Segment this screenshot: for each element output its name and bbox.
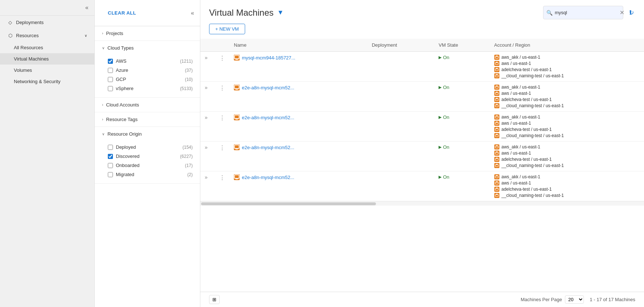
vm-name-link[interactable]: e2e-a8n-mysql-mcm52... bbox=[242, 145, 294, 150]
filter-active-icon[interactable]: ▼ bbox=[277, 9, 284, 16]
vm-table-container[interactable]: Name Deployment VM State Account / Regio… bbox=[200, 39, 644, 292]
onboarded-count: (17) bbox=[185, 163, 193, 168]
collapse-nav-button[interactable]: « bbox=[85, 4, 89, 11]
account-list: aws_akk / us-east-1aws / us-east-1adelch… bbox=[494, 55, 640, 78]
row-menu-button[interactable]: ⋮ bbox=[219, 55, 225, 62]
svg-rect-43 bbox=[496, 175, 498, 176]
migrated-checkbox[interactable] bbox=[108, 172, 113, 177]
svg-rect-31 bbox=[236, 148, 238, 149]
migrated-label[interactable]: Migrated bbox=[116, 172, 184, 177]
vm-name-link[interactable]: mysql-mcm944-185727... bbox=[242, 55, 295, 61]
gcp-count: (10) bbox=[185, 77, 193, 82]
onboarded-label[interactable]: Onboarded bbox=[116, 163, 182, 168]
account-badge-icon bbox=[494, 73, 499, 78]
account-item: adelcheva-test / us-east-1 bbox=[494, 67, 640, 72]
account-label: adelcheva-test / us-east-1 bbox=[502, 97, 552, 102]
account-item: adelcheva-test / us-east-1 bbox=[494, 97, 640, 102]
nav-item-virtual-machines[interactable]: Virtual Machines bbox=[0, 53, 94, 65]
svg-rect-17 bbox=[496, 98, 498, 99]
resources-icon: ⬡ bbox=[7, 32, 13, 38]
horizontal-scrollbar[interactable] bbox=[200, 201, 644, 206]
table-row: »⋮e2e-a8n-mysql-mcm52...▶ Onaws_akk / us… bbox=[200, 171, 644, 201]
discovered-label[interactable]: Discovered bbox=[116, 154, 177, 159]
gcp-label[interactable]: GCP bbox=[116, 77, 182, 82]
account-label: aws_akk / us-east-1 bbox=[502, 55, 541, 60]
gcp-checkbox[interactable] bbox=[108, 77, 113, 82]
nav-item-networking-security[interactable]: Networking & Security bbox=[0, 76, 94, 87]
cloud-accounts-label: Cloud Accounts bbox=[106, 102, 139, 108]
svg-rect-39 bbox=[496, 164, 498, 165]
nav-item-all-resources[interactable]: All Resources bbox=[0, 42, 94, 53]
svg-rect-5 bbox=[496, 62, 498, 63]
cloud-accounts-header[interactable]: › Cloud Accounts bbox=[95, 98, 200, 112]
account-label: __cloud_naming-test / us-east-1 bbox=[502, 73, 564, 78]
filter-item-vsphere: vSphere (5133) bbox=[108, 84, 200, 93]
vsphere-label[interactable]: vSphere bbox=[116, 86, 177, 91]
resource-tags-header[interactable]: › Resource Tags bbox=[95, 112, 200, 127]
horizontal-scrollbar-thumb[interactable] bbox=[201, 202, 376, 205]
account-badge-icon bbox=[494, 127, 499, 132]
expand-row-button[interactable]: » bbox=[205, 144, 208, 150]
filter-section-projects: › Projects bbox=[95, 26, 200, 41]
aws-checkbox[interactable] bbox=[108, 59, 113, 64]
filter-panel: CLEAR ALL « › Projects ∨ Cloud Types AWS… bbox=[95, 0, 200, 307]
expand-row-button[interactable]: » bbox=[205, 114, 208, 120]
aws-count: (1211) bbox=[180, 59, 193, 64]
vm-name-link[interactable]: e2e-a8n-mysql-mcm52... bbox=[242, 175, 294, 180]
toolbar: + NEW VM bbox=[200, 19, 644, 39]
per-page-select[interactable]: 20 50 100 bbox=[565, 295, 584, 304]
search-clear-button[interactable]: ✕ bbox=[618, 8, 626, 18]
account-label: adelcheva-test / us-east-1 bbox=[502, 187, 552, 192]
azure-checkbox[interactable] bbox=[108, 68, 113, 73]
onboarded-checkbox[interactable] bbox=[108, 163, 113, 168]
search-input[interactable] bbox=[555, 10, 616, 15]
row-menu-button[interactable]: ⋮ bbox=[219, 114, 225, 121]
svg-rect-13 bbox=[496, 86, 498, 87]
expand-row-button[interactable]: » bbox=[205, 55, 208, 61]
cloud-types-header[interactable]: ∨ Cloud Types bbox=[95, 41, 200, 55]
nav-item-deployments[interactable]: ◇ Deployments bbox=[0, 16, 94, 29]
azure-label[interactable]: Azure bbox=[116, 67, 182, 73]
account-list: aws_akk / us-east-1aws / us-east-1adelch… bbox=[494, 174, 640, 198]
deployment-cell bbox=[368, 112, 435, 141]
deployments-icon: ◇ bbox=[7, 19, 13, 25]
filter-item-discovered: Discovered (6227) bbox=[108, 152, 200, 161]
resource-tags-label: Resource Tags bbox=[106, 117, 137, 122]
resource-origin-header[interactable]: ∨ Resource Origin bbox=[95, 127, 200, 141]
deployed-checkbox[interactable] bbox=[108, 145, 113, 150]
expand-row-button[interactable]: » bbox=[205, 174, 208, 180]
new-vm-button[interactable]: + NEW VM bbox=[209, 24, 245, 34]
table-row: »⋮e2e-a8n-mysql-mcm52...▶ Onaws_akk / us… bbox=[200, 112, 644, 141]
row-menu-button[interactable]: ⋮ bbox=[219, 144, 225, 151]
col-vm-state: VM State bbox=[434, 39, 490, 52]
migrated-count: (2) bbox=[187, 172, 193, 177]
svg-rect-1 bbox=[236, 59, 238, 59]
filter-item-migrated: Migrated (2) bbox=[108, 170, 200, 179]
expand-row-button[interactable]: » bbox=[205, 85, 208, 90]
azure-count: (37) bbox=[185, 68, 193, 73]
aws-label[interactable]: AWS bbox=[116, 58, 177, 64]
projects-header[interactable]: › Projects bbox=[95, 26, 200, 40]
row-menu-button[interactable]: ⋮ bbox=[219, 174, 225, 181]
clear-all-button[interactable]: CLEAR ALL bbox=[101, 4, 191, 22]
nav-resources-label: Resources bbox=[16, 33, 39, 38]
account-list: aws_akk / us-east-1aws / us-east-1adelch… bbox=[494, 144, 640, 168]
vm-icon bbox=[234, 114, 240, 120]
row-menu-button[interactable]: ⋮ bbox=[219, 85, 225, 92]
table-row: »⋮mysql-mcm944-185727...▶ Onaws_akk / us… bbox=[200, 52, 644, 82]
refresh-button[interactable]: ↻ bbox=[628, 8, 635, 18]
discovered-checkbox[interactable] bbox=[108, 154, 113, 159]
nav-deployments-label: Deployments bbox=[16, 20, 44, 25]
deployed-count: (154) bbox=[182, 145, 193, 150]
nav-item-resources[interactable]: ⬡ Resources ∨ bbox=[0, 29, 94, 42]
vsphere-checkbox[interactable] bbox=[108, 86, 113, 91]
vm-name-link[interactable]: e2e-a8n-mysql-mcm52... bbox=[242, 115, 294, 120]
deployed-label[interactable]: Deployed bbox=[116, 144, 180, 150]
columns-toggle-button[interactable]: ⊞ bbox=[209, 295, 220, 304]
left-nav-header: « bbox=[0, 0, 94, 16]
collapse-filter-button[interactable]: « bbox=[191, 10, 194, 16]
nav-item-volumes[interactable]: Volumes bbox=[0, 65, 94, 76]
account-badge-icon bbox=[494, 114, 499, 120]
account-label: aws / us-east-1 bbox=[502, 151, 531, 156]
vm-name-link[interactable]: e2e-a8n-mysql-mcm52... bbox=[242, 85, 294, 90]
